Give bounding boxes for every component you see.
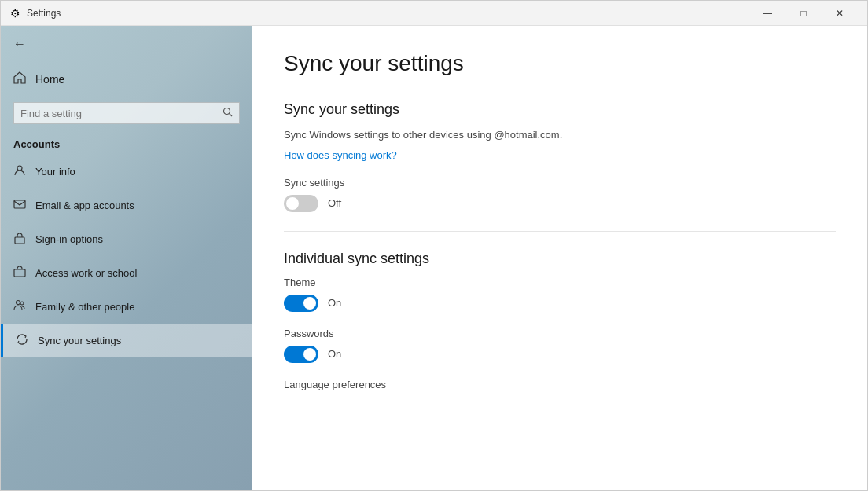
passwords-label: Passwords — [284, 328, 836, 339]
sidebar-item-label: Your info — [35, 166, 75, 178]
sidebar-section-title: Accounts — [1, 130, 252, 155]
sync-settings-state: Off — [328, 197, 341, 209]
back-icon: ← — [13, 37, 26, 51]
svg-rect-3 — [14, 200, 25, 208]
theme-state: On — [328, 297, 341, 309]
individual-section-title: Individual sync settings — [284, 251, 836, 267]
search-box[interactable] — [13, 102, 240, 124]
home-icon — [13, 71, 26, 86]
sync-settings-toggle[interactable] — [284, 195, 318, 212]
sync-settings-label: Sync settings — [284, 177, 836, 189]
titlebar-left: ⚙ Settings — [10, 7, 61, 20]
theme-toggle-group: Theme On — [284, 277, 836, 312]
sync-section-title: Sync your settings — [284, 101, 836, 118]
sidebar-item-access-work-school[interactable]: Access work or school — [1, 256, 252, 290]
titlebar-controls: — □ ✕ — [749, 1, 858, 26]
email-icon — [13, 198, 26, 213]
sync-description-text1: Sync Windows settings to other devices u… — [284, 129, 491, 141]
maximize-button[interactable]: □ — [785, 1, 822, 26]
sync-icon — [16, 333, 28, 348]
theme-slider — [284, 295, 318, 312]
sidebar-item-label: Family & other people — [35, 301, 134, 313]
titlebar: ⚙ Settings — □ ✕ — [1, 1, 867, 26]
passwords-toggle-group: Passwords On — [284, 328, 836, 363]
sidebar-item-email-app-accounts[interactable]: Email & app accounts — [1, 189, 252, 222]
sync-settings-toggle-group: Sync settings Off — [284, 177, 836, 212]
sidebar-home-item[interactable]: Home — [1, 62, 252, 96]
passwords-toggle-row: On — [284, 346, 836, 363]
home-label: Home — [35, 73, 64, 86]
sidebar-item-label: Email & app accounts — [35, 200, 134, 211]
svg-point-7 — [20, 302, 24, 305]
sidebar-item-label: Sync your settings — [38, 335, 121, 346]
sidebar-item-sign-in-options[interactable]: Sign-in options — [1, 222, 252, 256]
minimize-button[interactable]: — — [749, 1, 785, 26]
sidebar-item-family-other-people[interactable]: Family & other people — [1, 290, 252, 324]
close-button[interactable]: ✕ — [822, 1, 858, 26]
language-preferences-label: Language preferences — [284, 379, 836, 390]
sidebar-item-label: Access work or school — [35, 267, 137, 279]
how-syncing-works-link[interactable]: How does syncing work? — [284, 149, 836, 161]
search-icon — [223, 107, 233, 119]
titlebar-icon: ⚙ — [10, 7, 20, 20]
section-divider — [284, 231, 836, 232]
work-icon — [13, 266, 26, 280]
search-input[interactable] — [20, 108, 223, 119]
passwords-state: On — [328, 348, 341, 360]
sidebar-item-label: Sign-in options — [35, 233, 103, 245]
passwords-slider — [284, 346, 318, 363]
sync-description: Sync Windows settings to other devices u… — [284, 127, 677, 143]
passwords-toggle[interactable] — [284, 346, 318, 363]
your-info-icon — [13, 164, 26, 179]
settings-window: ⚙ Settings — □ ✕ ← Home — [0, 0, 868, 491]
sidebar-item-sync-your-settings[interactable]: Sync your settings — [1, 324, 252, 357]
page-title: Sync your settings — [284, 51, 836, 76]
theme-toggle-row: On — [284, 295, 836, 312]
sidebar: ← Home — [1, 26, 252, 490]
content-area: ← Home — [1, 26, 867, 490]
main-content: Sync your settings Sync your settings Sy… — [252, 26, 867, 490]
svg-point-0 — [224, 108, 230, 115]
titlebar-title: Settings — [27, 8, 61, 19]
sidebar-item-your-info[interactable]: Your info — [1, 155, 252, 189]
theme-toggle[interactable] — [284, 295, 318, 312]
sync-description-text2: @hotmail.com. — [494, 129, 562, 141]
svg-rect-5 — [14, 269, 25, 277]
svg-point-6 — [17, 301, 20, 305]
svg-line-1 — [230, 114, 233, 117]
back-button[interactable]: ← — [1, 26, 252, 62]
theme-label: Theme — [284, 277, 836, 288]
signin-icon — [13, 232, 26, 247]
svg-point-2 — [17, 166, 22, 170]
sync-settings-slider — [284, 195, 318, 212]
family-icon — [13, 299, 26, 314]
svg-rect-4 — [15, 237, 24, 244]
sync-settings-toggle-row: Off — [284, 195, 836, 212]
language-preferences-group: Language preferences — [284, 379, 836, 390]
